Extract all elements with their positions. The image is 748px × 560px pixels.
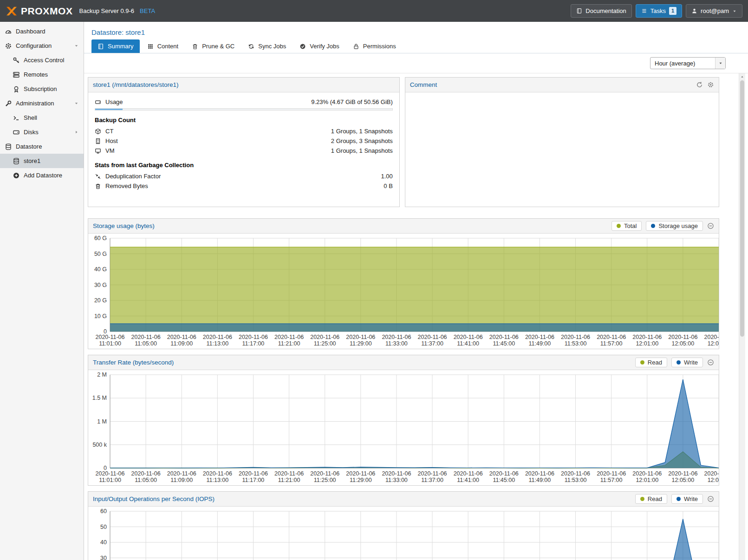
chevron-down-icon[interactable] [74, 101, 79, 106]
vertical-scrollbar[interactable] [739, 73, 745, 560]
certificate-icon [13, 85, 20, 93]
legend-total[interactable]: Total [611, 221, 642, 231]
plus-circle-icon [13, 172, 20, 179]
row-label: Deduplication Factor [105, 173, 161, 180]
sidebar-item-access-control[interactable]: Access Control [0, 53, 84, 67]
sidebar-item-add-datastore[interactable]: Add Datastore [0, 168, 84, 182]
usage-progress-bar [95, 108, 393, 111]
collapse-chart-icon[interactable] [707, 222, 714, 229]
usage-value: 9.23% (4.67 GiB of 50.56 GiB) [311, 98, 393, 105]
tab-prune-gc[interactable]: Prune & GC [186, 39, 241, 53]
combo-trigger[interactable] [715, 58, 725, 69]
collapse-chart-icon[interactable] [707, 495, 714, 502]
sidebar-item-store1[interactable]: store1 [0, 154, 84, 168]
hdd-icon [95, 99, 101, 105]
compress-icon [95, 173, 101, 180]
sidebar-item-datastore[interactable]: Datastore [0, 139, 84, 154]
svg-text:11:25:00: 11:25:00 [314, 340, 336, 347]
svg-text:2020-11-06: 2020-11-06 [203, 334, 232, 340]
legend-label: Read [648, 495, 662, 502]
hdd-icon [13, 129, 20, 136]
gear-icon[interactable] [707, 81, 714, 88]
refresh-icon[interactable] [696, 81, 703, 88]
gear-icon [5, 42, 12, 50]
summary-toolbar: Hour (average) [84, 53, 748, 73]
svg-text:11:25:00: 11:25:00 [314, 477, 336, 483]
chevron-right-icon[interactable] [74, 130, 79, 135]
svg-text:2020-11-06: 2020-11-06 [167, 470, 196, 477]
tasks-count-badge: 1 [669, 7, 676, 15]
svg-text:2020-11-06: 2020-11-06 [561, 470, 590, 477]
chevron-down-icon[interactable] [74, 43, 79, 48]
legend-write[interactable]: Write [671, 494, 703, 504]
sidebar-item-subscription[interactable]: Subscription [0, 82, 84, 96]
legend-dot [676, 360, 681, 365]
svg-text:12:09:00: 12:09:00 [708, 477, 719, 483]
comment-panel: Comment [405, 77, 719, 207]
tab-content[interactable]: Content [141, 39, 185, 53]
svg-text:40: 40 [100, 539, 107, 546]
logo-text: PROXMOX [21, 6, 73, 17]
row-label: CT [105, 128, 113, 135]
sidebar-item-administration[interactable]: Administration [0, 96, 84, 111]
tab-verify-jobs[interactable]: Verify Jobs [293, 39, 345, 53]
sidebar-item-shell[interactable]: Shell [0, 111, 84, 125]
sidebar-item-label: Configuration [16, 42, 52, 49]
sidebar-item-disks[interactable]: Disks [0, 125, 84, 139]
user-icon [691, 8, 697, 14]
scroll-up-arrow[interactable] [739, 73, 745, 80]
legend-write[interactable]: Write [671, 358, 703, 367]
comment-content[interactable] [405, 92, 719, 102]
legend-storage-usage[interactable]: Storage usage [646, 221, 703, 231]
check-circle-icon [299, 43, 306, 50]
tab-sync-jobs[interactable]: Sync Jobs [242, 39, 292, 53]
tab-label: Summary [108, 43, 134, 50]
collapse-chart-icon[interactable] [707, 359, 714, 366]
sidebar-item-label: Dashboard [16, 28, 46, 35]
svg-text:2020-11-06: 2020-11-06 [525, 334, 554, 340]
svg-text:11:53:00: 11:53:00 [565, 477, 587, 483]
tab-label: Sync Jobs [258, 43, 286, 50]
sidebar-item-label: Shell [24, 114, 37, 121]
legend-read[interactable]: Read [635, 494, 667, 504]
book-icon [98, 43, 104, 50]
sidebar-item-label: Administration [16, 100, 54, 107]
svg-text:60: 60 [100, 508, 107, 514]
svg-text:10 G: 10 G [94, 313, 107, 319]
panel-header: Transfer Rate (bytes/second) Read Write [88, 355, 719, 370]
tab-permissions[interactable]: Permissions [347, 39, 402, 53]
backup-row-host: Host 2 Groups, 3 Snapshots [95, 136, 393, 146]
tab-summary[interactable]: Summary [91, 39, 140, 53]
svg-text:2020-11-06: 2020-11-06 [632, 334, 662, 340]
svg-text:12:05:00: 12:05:00 [672, 477, 695, 483]
documentation-button[interactable]: Documentation [571, 4, 631, 18]
gc-row-removed-bytes: Removed Bytes 0 B [95, 181, 393, 191]
gc-stats-heading: Stats from last Garbage Collection [95, 162, 393, 169]
wrench-icon [5, 100, 12, 107]
panel-header: Input/Output Operations per Second (IOPS… [88, 492, 719, 507]
row-value: 2 Groups, 3 Snapshots [331, 137, 393, 144]
trash-icon [192, 43, 198, 50]
cube-icon [95, 128, 101, 135]
legend-dot [617, 224, 621, 228]
svg-text:11:13:00: 11:13:00 [206, 477, 228, 483]
sidebar-item-dashboard[interactable]: Dashboard [0, 24, 84, 39]
sidebar-item-remotes[interactable]: Remotes [0, 67, 84, 82]
tasks-button[interactable]: Tasks 1 [636, 4, 682, 18]
svg-text:2020-11-06: 2020-11-06 [561, 334, 590, 340]
svg-text:11:05:00: 11:05:00 [135, 340, 157, 347]
svg-text:2020-11-06: 2020-11-06 [597, 334, 626, 340]
svg-text:11:37:00: 11:37:00 [421, 340, 443, 347]
svg-text:30 G: 30 G [94, 282, 107, 288]
legend-read[interactable]: Read [635, 358, 667, 367]
tab-label: Prune & GC [202, 43, 234, 50]
user-menu-button[interactable]: root@pam [686, 4, 742, 18]
sidebar-item-configuration[interactable]: Configuration [0, 39, 84, 53]
timeframe-select[interactable]: Hour (average) [650, 57, 726, 69]
scrollbar-thumb[interactable] [740, 80, 744, 337]
svg-text:30: 30 [100, 555, 107, 560]
svg-text:1.5 M: 1.5 M [92, 395, 107, 401]
beta-link[interactable]: BETA [140, 7, 155, 14]
svg-text:2020-11-06: 2020-11-06 [167, 334, 196, 340]
iops-chart: 01020304050602020-11-0611:01:002020-11-0… [88, 507, 719, 560]
